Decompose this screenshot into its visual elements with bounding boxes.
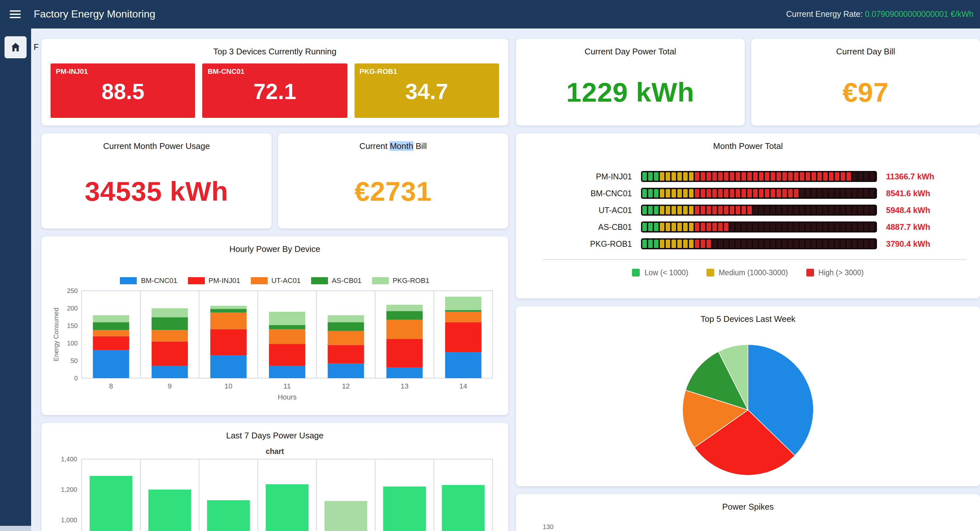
legend-swatch [250,277,267,284]
chart-title-last7: Last 7 Days Power Usage [51,431,499,441]
legend-swatch [120,277,137,284]
stacked-bar-segment [93,336,129,350]
stacked-bar-segment [93,322,129,330]
app-title: Factory Energy Monitoring [34,8,155,20]
legend-item-UT-AC01[interactable]: UT-AC01 [250,277,301,285]
stacked-bar-segment [210,355,247,378]
sidebar-nav [0,29,31,531]
gauge-device-label: PM-INJ01 [525,172,632,181]
sidebar-bottom-strip [0,526,31,531]
gauge-row-UT-AC01: UT-AC015948.4 kWh [525,205,971,216]
legend-label: Medium (1000-3000) [719,269,788,277]
month-usage-value: 34535 kWh [84,165,228,207]
device-tile-PKG-ROB1: PKG-ROB134.7 [354,64,499,118]
chart-title-hourly: Hourly Power By Device [51,244,499,255]
top3-tiles: PM-INJ0188.5BM-CNC0172.1PKG-ROB134.7 [51,64,499,118]
card-day-bill: Current Day Bill €97 [751,39,980,126]
svg-text:Hours: Hours [278,393,297,401]
tile-value: 88.5 [51,79,196,105]
legend-swatch [372,277,388,284]
card-month-power-total: Month Power Total PM-INJ0111366.7 kWhBM-… [516,133,980,298]
legend-item: Medium (1000-3000) [706,269,788,277]
card-month-usage: Current Month Power Usage 34535 kWh [41,133,272,228]
legend-swatch [632,269,640,277]
pie-chart[interactable] [670,342,826,479]
day-bill-value: €97 [842,67,889,108]
bar [207,500,250,531]
stacked-bar-segment [152,342,188,366]
right-column: Current Day Power Total 1229 kWh Current… [516,39,980,531]
divider [543,259,967,260]
legend-item-BM-CNC01[interactable]: BM-CNC01 [120,277,177,285]
legend-item-PM-INJ01[interactable]: PM-INJ01 [188,277,240,285]
svg-text:0: 0 [74,375,78,382]
last7-bar-chart[interactable]: 1,4001,2001,000 [51,457,498,531]
month-stats-row: Current Month Power Usage 34535 kWh Curr… [41,133,508,228]
svg-text:100: 100 [67,340,78,347]
bar [383,487,426,531]
chart-subtitle: chart [51,448,499,456]
chart-title-pie: Top 5 Devices Last Week [525,314,971,325]
bar [266,484,309,531]
tile-device-label: BM-CNC01 [208,68,245,75]
card-day-total: Current Day Power Total 1229 kWh [516,39,745,126]
hourly-stacked-bar-chart[interactable]: 050100150200250Energy Consumed8910111213… [51,287,498,404]
gauge-track [641,222,877,233]
stacked-bar-segment [93,350,129,378]
stacked-bar-segment [445,322,481,352]
gauge-track [641,188,877,199]
svg-text:130: 130 [543,523,554,531]
pie-wrap [525,342,971,479]
card-title-day-bill: Current Day Bill [760,47,971,57]
legend-label: UT-AC01 [271,277,301,285]
legend-label: BM-CNC01 [141,277,177,285]
gauge-value: 11366.7 kWh [886,172,934,181]
gauge-track [641,171,877,182]
legend-item-PKG-ROB1[interactable]: PKG-ROB1 [372,277,430,285]
stacked-bar-segment [152,309,188,318]
tile-device-label: PM-INJ01 [56,68,88,75]
stacked-bar-segment [386,368,423,378]
selected-text: Month [390,141,413,151]
device-tile-BM-CNC01: BM-CNC0172.1 [202,64,347,118]
menu-icon[interactable] [0,10,30,18]
card-power-spikes: Power Spikes 130 [516,494,980,531]
tile-device-label: PKG-ROB1 [360,68,397,75]
svg-text:1,000: 1,000 [61,517,77,524]
chart-title-month-total: Month Power Total [525,141,971,152]
stacked-bar-segment [445,352,481,379]
stacked-bar-segment [152,330,188,342]
legend-swatch [311,277,328,284]
legend-swatch [706,269,714,277]
day-total-value: 1229 kWh [566,67,695,108]
stacked-bar-segment [386,305,423,311]
gauge-row-PKG-ROB1: PKG-ROB13790.4 kWh [525,239,971,250]
card-top3-devices: Top 3 Devices Currently Running PM-INJ01… [41,39,508,126]
dashboard-content: Top 3 Devices Currently Running PM-INJ01… [31,29,980,531]
stacked-bar-segment [269,366,305,379]
card-month-bill: Current Month Bill €2731 [278,133,508,228]
power-spikes-chart[interactable]: 130 [525,512,971,531]
svg-text:200: 200 [67,305,78,312]
bar [90,476,132,531]
energy-rate-unit: €/kWh [950,10,974,19]
stacked-bar-segment [269,312,305,325]
stacked-bar-segment [445,310,481,312]
top-header-bar: Factory Energy Monitoring Current Energy… [0,0,980,29]
card-hourly-power: Hourly Power By Device BM-CNC01PM-INJ01U… [41,236,508,415]
gauge-value: 4887.7 kWh [886,223,930,232]
home-icon [10,41,21,53]
legend-swatch [806,269,814,277]
left-column: Top 3 Devices Currently Running PM-INJ01… [41,39,508,531]
svg-text:13: 13 [401,382,408,390]
stacked-bar-segment [269,325,305,329]
svg-text:8: 8 [109,382,113,390]
sidebar-item-home[interactable] [5,36,27,58]
day-stats-row: Current Day Power Total 1229 kWh Current… [516,39,980,126]
legend-label: PM-INJ01 [208,277,240,285]
stacked-bar-segment [328,345,364,364]
stacked-bar-segment [210,306,247,309]
legend-item-AS-CB01[interactable]: AS-CB01 [311,277,362,285]
bar [442,485,485,531]
sidebar-peek-label: F [34,43,38,52]
